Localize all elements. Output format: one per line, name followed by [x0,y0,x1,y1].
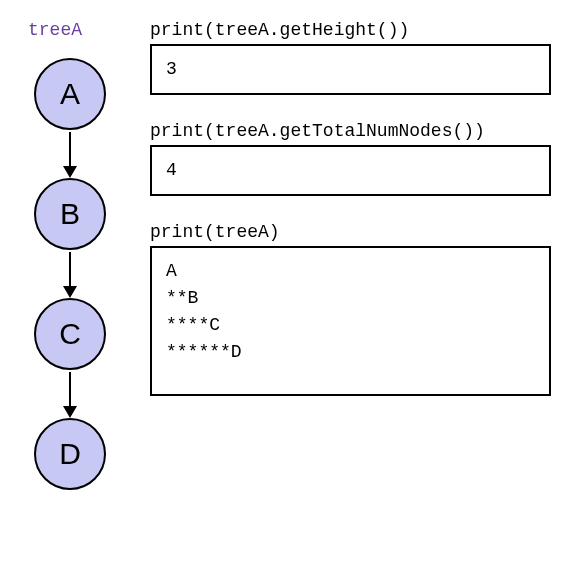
arrow-icon [69,132,71,170]
tree-node-d: D [34,418,106,490]
tree-node-c: C [34,298,106,370]
tree-node-a: A [34,58,106,130]
code-line-numnodes: print(treeA.getTotalNumNodes()) [150,121,551,141]
arrow-icon [69,252,71,290]
tree-label: treeA [28,20,82,40]
code-line-print: print(treeA) [150,222,551,242]
arrow-icon [69,372,71,410]
tree-node-b: B [34,178,106,250]
output-column: print(treeA.getHeight()) 3 print(treeA.g… [150,20,551,490]
output-box-numnodes: 4 [150,145,551,196]
tree-column: treeA A B C D [20,20,120,490]
output-box-height: 3 [150,44,551,95]
output-box-print: A **B ****C ******D [150,246,551,396]
diagram-container: treeA A B C D print(treeA.getHeight()) 3… [20,20,551,490]
code-line-height: print(treeA.getHeight()) [150,20,551,40]
